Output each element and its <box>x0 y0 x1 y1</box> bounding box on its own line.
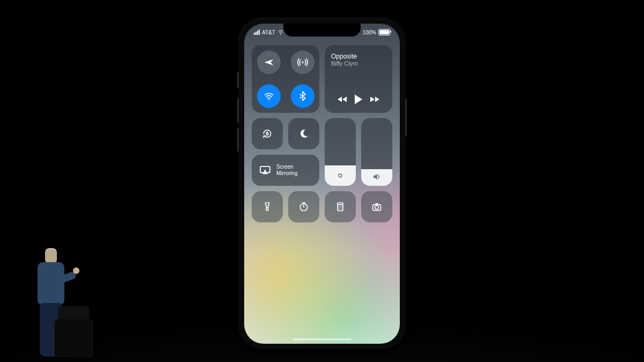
cellular-icon <box>297 57 308 68</box>
screen-mirroring-label: Screen Mirroring <box>276 164 297 177</box>
camera-button[interactable] <box>361 191 392 222</box>
phone-screen: AT&T 100% <box>244 24 400 344</box>
svg-point-30 <box>375 206 379 209</box>
orientation-lock-icon <box>262 128 273 139</box>
svg-point-21 <box>340 206 340 207</box>
battery-percent-label: 100% <box>362 30 376 35</box>
timer-icon <box>298 201 309 212</box>
flashlight-icon <box>262 201 273 212</box>
svg-point-25 <box>341 207 342 208</box>
podium <box>55 319 92 357</box>
play-button[interactable] <box>355 95 362 104</box>
svg-point-1 <box>268 99 269 100</box>
connectivity-panel[interactable] <box>252 45 319 113</box>
fast-forward-icon <box>375 97 379 102</box>
airplane-mode-toggle[interactable] <box>257 50 281 74</box>
home-indicator[interactable] <box>292 338 352 341</box>
mute-switch <box>237 72 239 88</box>
orientation-lock-toggle[interactable] <box>252 118 283 149</box>
previous-track-button[interactable] <box>338 97 347 102</box>
display-notch <box>283 24 361 37</box>
signal-icon <box>254 30 260 35</box>
next-track-button[interactable] <box>370 97 379 102</box>
svg-point-28 <box>341 209 342 209</box>
now-playing-panel[interactable]: Opposite Biffy Clyro <box>325 45 392 113</box>
svg-line-8 <box>337 172 338 173</box>
timer-button[interactable] <box>288 191 319 222</box>
svg-point-22 <box>341 206 342 207</box>
side-button <box>405 99 407 136</box>
camera-icon <box>371 201 382 212</box>
rewind-icon <box>338 97 342 102</box>
svg-line-10 <box>337 178 338 179</box>
calculator-icon <box>335 201 346 212</box>
control-center: Opposite Biffy Clyro <box>252 45 392 222</box>
sun-icon <box>335 171 345 180</box>
iphone-device: AT&T 100% <box>239 18 405 349</box>
wifi-toggle[interactable] <box>257 84 281 108</box>
wifi-icon <box>264 91 274 102</box>
fast-forward-icon <box>370 97 375 102</box>
screen-mirroring-icon <box>259 165 271 175</box>
svg-point-24 <box>340 207 340 208</box>
rewind-icon <box>342 97 347 102</box>
speaker-icon <box>372 172 382 182</box>
track-title: Opposite <box>331 53 386 60</box>
volume-down-button <box>237 128 239 151</box>
svg-point-23 <box>339 207 339 208</box>
bluetooth-toggle[interactable] <box>291 84 314 108</box>
svg-point-3 <box>339 174 342 177</box>
svg-rect-18 <box>338 203 343 211</box>
cellular-data-toggle[interactable] <box>291 50 314 74</box>
svg-point-20 <box>339 206 339 207</box>
calculator-button[interactable] <box>325 191 356 222</box>
svg-point-26 <box>339 209 339 209</box>
moon-icon <box>298 128 309 139</box>
svg-point-0 <box>302 61 303 63</box>
flashlight-button[interactable] <box>252 191 283 222</box>
battery-icon <box>378 29 390 35</box>
bluetooth-icon <box>297 91 308 102</box>
volume-up-button <box>237 99 239 122</box>
do-not-disturb-toggle[interactable] <box>288 118 319 149</box>
airplane-icon <box>264 57 274 68</box>
screen-mirroring-button[interactable]: Screen Mirroring <box>252 155 319 186</box>
svg-marker-13 <box>263 169 268 174</box>
wifi-icon <box>277 30 284 34</box>
volume-slider[interactable] <box>361 118 392 186</box>
brightness-slider[interactable] <box>325 118 356 186</box>
svg-point-27 <box>340 209 340 209</box>
carrier-label: AT&T <box>262 30 275 35</box>
svg-line-9 <box>342 178 343 179</box>
track-artist: Biffy Clyro <box>331 60 386 67</box>
svg-line-11 <box>342 172 343 173</box>
